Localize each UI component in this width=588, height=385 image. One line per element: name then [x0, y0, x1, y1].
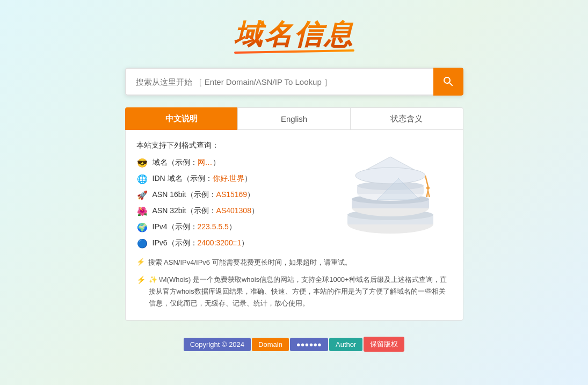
warning-icon: ⚡ — [136, 258, 145, 266]
list-item-domain: 😎 域名（示例：网…） — [136, 157, 452, 169]
domain-link[interactable]: 网… — [198, 158, 213, 166]
idn-label: IDN 域名（示例：你好.世界） — [153, 174, 252, 184]
asn32-label: ASN 32bit（示例：AS401308） — [153, 206, 259, 216]
domain-icon: 😎 — [136, 157, 148, 169]
list-item-idn: 🌐 IDN 域名（示例：你好.世界） — [136, 173, 452, 185]
search-bar — [125, 68, 463, 96]
search-icon — [442, 75, 455, 88]
asn16-link[interactable]: AS15169 — [216, 190, 248, 199]
tabs-container: 中文说明 English 状态含义 — [125, 107, 463, 130]
idn-icon: 🌐 — [136, 173, 148, 185]
about-icon2: ✨ — [149, 275, 157, 284]
section-title: 本站支持下列格式查询： — [136, 141, 452, 150]
list-item-asn16: 🚀 ASN 16bit（示例：AS15169） — [136, 189, 452, 201]
ipv4-link[interactable]: 223.5.5.5 — [198, 222, 229, 231]
ipv6-icon: 🔵 — [136, 237, 148, 249]
search-button[interactable] — [433, 68, 463, 96]
list-item-asn32: 🌺 ASN 32bit（示例：AS401308） — [136, 205, 452, 217]
ipv4-icon: 🌍 — [136, 221, 148, 233]
warning-note: ⚡ 搜索 ASN/IPv4/IPv6 可能需要花费更长时间，如果超时，请重试。 — [136, 258, 452, 267]
domain-label: 域名（示例：网…） — [153, 158, 220, 168]
tab-chinese[interactable]: 中文说明 — [125, 107, 238, 130]
footer-copyright: Copyright © 2024 — [184, 338, 251, 351]
about-icon: ⚡ — [136, 274, 146, 287]
logo-text: 域名信息 — [234, 16, 354, 54]
content-panel: 本站支持下列格式查询： 😎 域名（示例：网…） 🌐 IDN 域名（示例：你好.世… — [125, 130, 463, 321]
footer: Copyright © 2024 Domain ●●●●●● Author 保留… — [184, 337, 405, 352]
footer-author-label: Author — [329, 338, 362, 351]
ipv6-label: IPv6（示例：2400:3200::1） — [153, 238, 249, 248]
footer-domain-value: ●●●●●● — [290, 338, 328, 351]
search-input[interactable] — [125, 68, 433, 96]
footer-author-value: 保留版权 — [364, 337, 404, 352]
list-item-ipv6: 🔵 IPv6（示例：2400:3200::1） — [136, 237, 452, 249]
tab-english[interactable]: English — [237, 107, 351, 130]
asn16-label: ASN 16bit（示例：AS15169） — [153, 190, 255, 200]
asn16-icon: 🚀 — [136, 189, 148, 201]
idn-link[interactable]: 你好.世界 — [213, 174, 245, 183]
footer-domain-label: Domain — [252, 338, 289, 351]
ipv6-link[interactable]: 2400:3200::1 — [198, 238, 242, 247]
asn32-link[interactable]: AS401308 — [216, 206, 251, 215]
tab-status[interactable]: 状态含义 — [351, 107, 463, 130]
list-item-ipv4: 🌍 IPv4（示例：223.5.5.5） — [136, 221, 452, 233]
about-text: ⚡ ✨ \M(Whois) 是一个免费获取whois信息的网站，支持全球1000… — [136, 274, 452, 309]
asn32-icon: 🌺 — [136, 205, 148, 217]
about-content: ✨ \M(Whois) 是一个免费获取whois信息的网站，支持全球1000+种… — [149, 274, 452, 309]
warning-text: 搜索 ASN/IPv4/IPv6 可能需要花费更长时间，如果超时，请重试。 — [148, 258, 352, 267]
logo-area: 域名信息 — [234, 16, 354, 53]
ipv4-label: IPv4（示例：223.5.5.5） — [153, 222, 236, 232]
